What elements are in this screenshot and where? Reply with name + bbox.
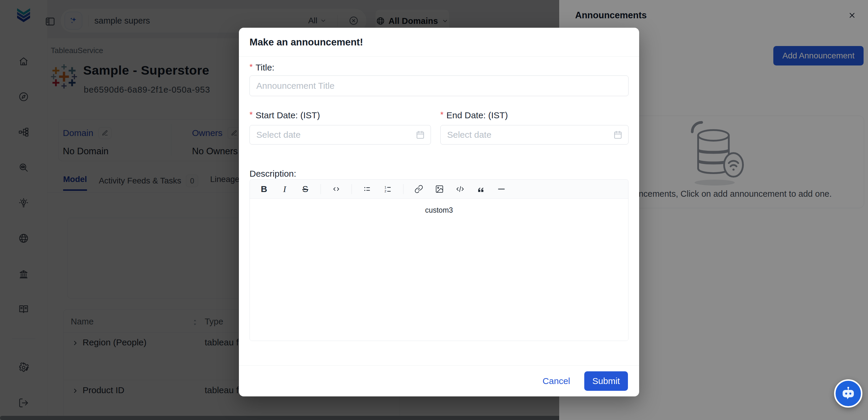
inline-code-button[interactable] (330, 183, 343, 196)
modal-header: Make an announcement! (239, 28, 639, 57)
toolbar-divider (351, 184, 352, 194)
description-field-label: Description: (250, 169, 296, 179)
submit-button[interactable]: Submit (584, 371, 628, 391)
editor-content[interactable]: custom3 (250, 199, 628, 341)
link-button[interactable] (412, 183, 425, 196)
required-mark: * (250, 63, 253, 71)
image-button[interactable] (433, 183, 446, 196)
editor-text[interactable]: custom3 (250, 206, 628, 214)
italic-button[interactable]: I (278, 183, 291, 196)
rich-text-editor: BIS12 custom3 (250, 179, 628, 341)
strikethrough-button[interactable]: S (299, 183, 312, 196)
editor-toolbar: BIS12 (250, 180, 628, 199)
start-date-input[interactable] (250, 125, 431, 145)
required-mark: * (250, 110, 253, 119)
chatbot-button[interactable] (834, 379, 862, 408)
end-date-input[interactable] (440, 125, 628, 145)
image-icon (435, 185, 444, 193)
announcement-title-input[interactable] (250, 76, 628, 96)
bullet-list-button[interactable] (361, 183, 374, 196)
title-field-label: *Title: (250, 63, 274, 72)
chatbot-icon (840, 386, 856, 401)
strikethrough-icon: S (302, 185, 308, 193)
start-date-field (250, 125, 431, 145)
bold-icon: B (261, 185, 267, 193)
link-icon (414, 185, 423, 193)
start-date-label: *Start Date: (IST) (250, 110, 320, 120)
app-screen: sample supers All (0, 0, 868, 420)
end-date-field (440, 125, 628, 145)
code-block-button[interactable] (454, 183, 467, 196)
hr-icon (497, 185, 506, 193)
ordered-list-icon: 12 (383, 185, 392, 193)
cancel-button[interactable]: Cancel (543, 376, 570, 386)
hr-button[interactable] (495, 183, 508, 196)
bullet-list-icon (363, 185, 372, 193)
svg-text:2: 2 (384, 189, 386, 193)
end-date-label: *End Date: (IST) (440, 110, 508, 120)
quote-button[interactable] (474, 183, 487, 196)
modal-title: Make an announcement! (250, 36, 363, 48)
svg-text:1: 1 (384, 185, 386, 189)
make-announcement-modal: Make an announcement! *Title: *Start Dat… (239, 28, 639, 396)
ordered-list-button[interactable]: 12 (381, 183, 394, 196)
italic-icon: I (283, 185, 286, 193)
modal-footer: Cancel Submit (239, 365, 639, 396)
inline-code-icon (332, 185, 341, 193)
quote-icon (476, 185, 485, 193)
code-block-icon (456, 185, 465, 193)
bold-button[interactable]: B (257, 183, 271, 196)
required-mark: * (440, 110, 443, 119)
toolbar-divider (320, 184, 321, 194)
